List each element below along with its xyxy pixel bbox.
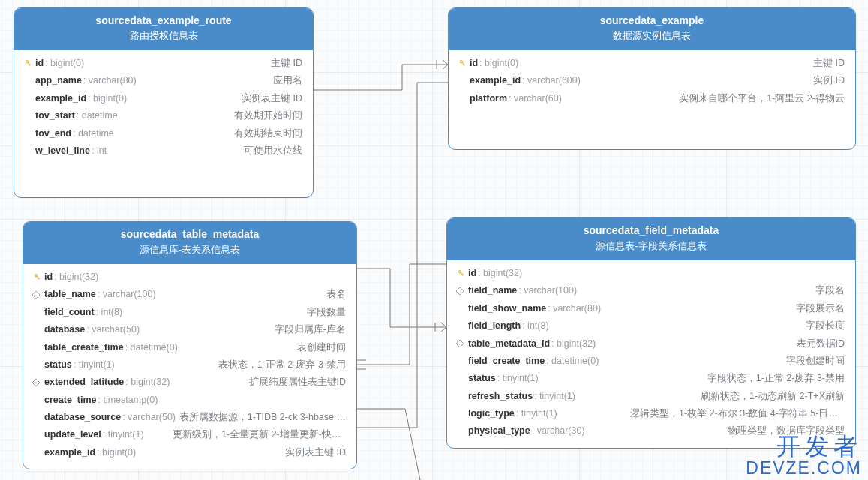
field-row[interactable]: field_length: int(8)字段长度: [447, 317, 855, 334]
entity-header: sourcedata_table_metadata源信息库-表关系信息表: [23, 222, 356, 264]
field-type: : varchar(80): [548, 302, 601, 316]
field-row[interactable]: field_show_name: varchar(80)字段展示名: [447, 300, 855, 317]
field-row[interactable]: app_name: varchar(80)应用名: [14, 72, 313, 89]
field-row[interactable]: field_count: int(8)字段数量: [23, 304, 356, 321]
field-desc: 物理类型，数据库字段类型: [728, 424, 845, 438]
field-row[interactable]: status: tinyint(1)表状态，1-正常 2-废弃 3-禁用: [23, 356, 356, 374]
field-row[interactable]: logic_type: tinyint(1)逻辑类型，1-枚举 2-布尔 3-数…: [447, 405, 855, 422]
key-icon: [456, 59, 467, 68]
field-row[interactable]: tov_end: datetime有效期结束时间: [14, 125, 313, 142]
field-row[interactable]: platform: varchar(60)实例来自哪个平台，1-阿里云 2-得物…: [449, 90, 855, 107]
field-name: refresh_status: [468, 389, 533, 404]
field-desc: 表创建时间: [297, 340, 346, 355]
field-row[interactable]: refresh_status: tinyint(1)刷新状态，1-动态刷新 2-…: [447, 388, 855, 405]
field-type: : int: [92, 144, 107, 158]
entity-rows: id: bigint(0)主键 IDapp_name: varchar(80)应…: [14, 50, 313, 167]
field-type: : int(8): [522, 319, 548, 333]
field-name: app_name: [35, 74, 82, 88]
field-type: : datetime(0): [546, 354, 599, 368]
field-desc: 可使用水位线: [244, 144, 302, 158]
field-type: : datetime: [77, 109, 118, 123]
field-name: table_name: [44, 287, 96, 302]
field-desc: 表名: [326, 287, 346, 302]
field-desc: 表状态，1-正常 2-废弃 3-禁用: [218, 358, 346, 372]
field-type: : int(8): [96, 305, 122, 320]
field-row[interactable]: example_id: bigint(0)实例表主键 ID: [23, 444, 356, 461]
field-name: id: [44, 270, 53, 284]
entity-header: sourcedata_example_route路由授权信息表: [14, 8, 313, 50]
field-type: : datetime(0): [125, 340, 178, 355]
entity-subtitle: 路由授权信息表: [20, 29, 307, 43]
field-type: : tinyint(1): [534, 389, 575, 404]
field-name: example_id: [44, 446, 95, 460]
field-name: update_level: [44, 428, 101, 442]
field-row[interactable]: database_source: varchar(50)表所属数据源，1-TID…: [23, 409, 356, 426]
entity-subtitle: 源信息库-表关系信息表: [29, 243, 350, 256]
field-row[interactable]: status: tinyint(1)字段状态，1-正常 2-废弃 3-禁用: [447, 370, 855, 387]
field-desc: 字段名: [815, 284, 845, 298]
field-name: platform: [470, 92, 507, 106]
field-type: : timestamp(0): [98, 393, 158, 407]
entity-header: sourcedata_field_metadata源信息表-字段关系信息表: [447, 218, 855, 260]
field-row[interactable]: id: bigint(0)主键 ID: [449, 55, 855, 72]
field-type: : bigint(0): [88, 92, 127, 106]
field-name: example_id: [470, 74, 521, 88]
field-type: : bigint(0): [97, 446, 136, 460]
field-name: table_metadata_id: [468, 337, 550, 351]
field-row[interactable]: physical_type: varchar(30)物理类型，数据库字段类型: [447, 422, 855, 440]
field-desc: 实例表主键 ID: [285, 446, 346, 460]
field-row[interactable]: database: varchar(50)字段归属库-库名: [23, 321, 356, 338]
field-row[interactable]: create_time: timestamp(0): [23, 392, 356, 409]
field-row[interactable]: id: bigint(0)主键 ID: [14, 55, 313, 72]
field-desc: 字段展示名: [796, 302, 845, 316]
field-row[interactable]: id: bigint(32): [447, 265, 855, 282]
field-row[interactable]: example_id: bigint(0)实例表主键 ID: [14, 90, 313, 107]
field-name: tov_start: [35, 109, 75, 123]
field-row[interactable]: table_create_time: datetime(0)表创建时间: [23, 339, 356, 356]
entity-rows: id: bigint(32)table_name: varchar(100)表名…: [23, 264, 356, 469]
entity-rows: id: bigint(32)field_name: varchar(100)字段…: [447, 260, 855, 448]
field-name: example_id: [35, 92, 86, 106]
entity-header: sourcedata_example数据源实例信息表: [449, 8, 855, 50]
field-type: : varchar(100): [518, 284, 577, 298]
field-name: database: [44, 322, 85, 337]
field-row[interactable]: example_id: varchar(600)实例 ID: [449, 72, 855, 89]
field-type: : bigint(32): [125, 375, 170, 389]
field-desc: 表元数据ID: [797, 337, 845, 351]
field-desc: 逻辑类型，1-枚举 2-布尔 3-数值 4-字符串 5-日期 6-区间 7-数组…: [630, 406, 845, 421]
field-row[interactable]: extended_latitude: bigint(32)扩展纬度属性表主键ID: [23, 374, 356, 391]
field-name: field_count: [44, 305, 95, 320]
entity-example[interactable]: sourcedata_example数据源实例信息表id: bigint(0)主…: [448, 8, 856, 150]
field-type: : varchar(30): [532, 424, 585, 438]
entity-field_meta[interactable]: sourcedata_field_metadata源信息表-字段关系信息表id:…: [446, 218, 856, 448]
key-icon: [22, 59, 32, 68]
field-row[interactable]: tov_start: datetime有效期开始时间: [14, 107, 313, 124]
field-type: : varchar(60): [509, 92, 562, 106]
field-type: : bigint(32): [478, 266, 522, 280]
field-row[interactable]: field_name: varchar(100)字段名: [447, 282, 855, 299]
field-row[interactable]: id: bigint(32): [23, 268, 356, 286]
field-type: : bigint(0): [479, 56, 518, 70]
field-row[interactable]: field_create_time: datetime(0)字段创建时间: [447, 352, 855, 370]
field-type: : varchar(100): [98, 287, 156, 302]
field-desc: 实例来自哪个平台，1-阿里云 2-得物云: [679, 92, 845, 106]
field-desc: 表所属数据源，1-TIDB 2-ck 3-hbase …: [179, 410, 346, 424]
field-type: : tinyint(1): [516, 406, 557, 421]
entity-table_meta[interactable]: sourcedata_table_metadata源信息库-表关系信息表id: …: [23, 221, 357, 470]
field-name: tov_end: [35, 127, 71, 141]
field-desc: 字段状态，1-正常 2-废弃 3-禁用: [707, 371, 845, 386]
field-row[interactable]: table_metadata_id: bigint(32)表元数据ID: [447, 335, 855, 352]
field-desc: 有效期结束时间: [234, 127, 302, 141]
field-row[interactable]: update_level: tinyint(1)更新级别，1-全量更新 2-增量…: [23, 426, 356, 443]
field-desc: 刷新状态，1-动态刷新 2-T+X刷新: [701, 389, 845, 404]
field-type: : tinyint(1): [103, 428, 144, 442]
entity-title: sourcedata_example: [455, 14, 849, 26]
field-name: physical_type: [468, 424, 530, 438]
entity-subtitle: 数据源实例信息表: [455, 29, 849, 43]
field-type: : tinyint(1): [497, 371, 539, 386]
entity-rows: id: bigint(0)主键 IDexample_id: varchar(60…: [449, 50, 855, 115]
field-desc: 字段长度: [806, 319, 845, 333]
entity-route[interactable]: sourcedata_example_route路由授权信息表id: bigin…: [14, 8, 314, 198]
field-row[interactable]: w_level_line: int可使用水位线: [14, 142, 313, 160]
field-row[interactable]: table_name: varchar(100)表名: [23, 286, 356, 303]
